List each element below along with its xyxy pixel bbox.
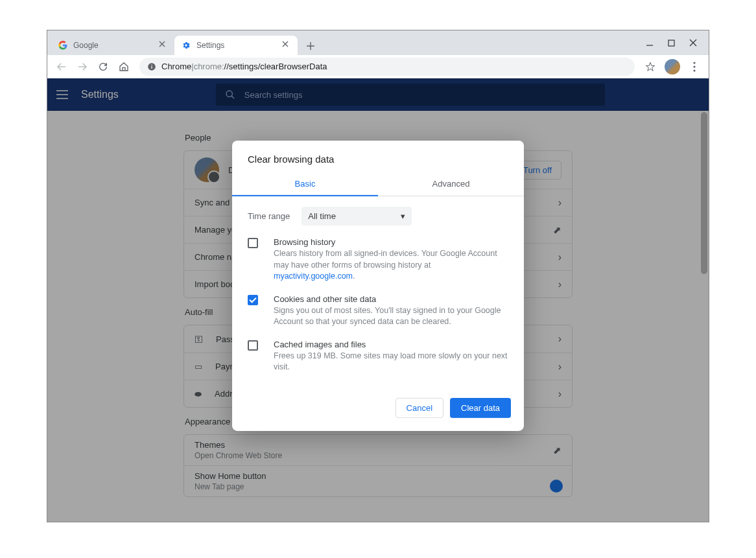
forward-button[interactable] [73, 58, 91, 76]
svg-point-6 [693, 69, 695, 71]
tab-advanced[interactable]: Advanced [378, 172, 524, 196]
svg-rect-0 [668, 40, 674, 46]
url-prefix: chrome: [194, 62, 224, 71]
new-tab-button[interactable] [301, 37, 320, 55]
tab-basic[interactable]: Basic [232, 172, 378, 196]
cancel-button[interactable]: Cancel [396, 397, 443, 417]
time-range-label: Time range [248, 211, 290, 221]
home-button[interactable] [115, 58, 133, 76]
svg-rect-3 [151, 64, 152, 65]
svg-point-4 [693, 62, 695, 64]
settings-favicon-icon [181, 40, 191, 51]
tab-strip: Google Settings [47, 30, 709, 55]
google-favicon-icon [58, 40, 68, 51]
svg-point-5 [693, 65, 695, 67]
dialog-title: Clear browsing data [232, 141, 524, 172]
myactivity-link[interactable]: myactivity.google.com [274, 272, 353, 281]
checkbox-cache[interactable] [248, 340, 258, 350]
maximize-button[interactable] [668, 40, 675, 47]
bookmark-button[interactable] [641, 58, 659, 76]
close-icon[interactable] [282, 41, 291, 50]
time-range-select[interactable]: All time ▾ [301, 207, 412, 226]
reload-button[interactable] [94, 58, 112, 76]
close-icon[interactable] [159, 41, 168, 50]
chevron-down-icon: ▾ [401, 211, 405, 221]
back-button[interactable] [53, 58, 71, 76]
close-window-button[interactable] [689, 39, 697, 47]
clear-data-button[interactable]: Clear data [450, 397, 511, 417]
menu-button[interactable] [685, 58, 703, 76]
address-bar[interactable]: Chrome | chrome: //settings/clearBrowser… [139, 58, 635, 76]
tab-label: Settings [196, 41, 278, 50]
tab-google[interactable]: Google [51, 36, 174, 55]
opt-title: Cookies and other site data [274, 294, 508, 303]
opt-desc: Frees up 319 MB. Some sites may load mor… [274, 350, 508, 373]
clear-browsing-data-dialog: Clear browsing data Basic Advanced Time … [232, 141, 524, 431]
svg-rect-2 [151, 65, 152, 68]
tab-label: Google [73, 41, 155, 50]
checkbox-cookies[interactable] [248, 294, 258, 305]
checkbox-browsing-history[interactable] [248, 238, 258, 248]
toolbar: Chrome | chrome: //settings/clearBrowser… [47, 55, 709, 78]
opt-desc: Signs you out of most sites. You'll stay… [274, 305, 508, 327]
site-info-icon [147, 62, 156, 71]
url-scheme: Chrome [161, 62, 191, 71]
profile-avatar[interactable] [665, 59, 680, 75]
minimize-button[interactable] [646, 39, 654, 47]
tab-settings[interactable]: Settings [174, 36, 298, 55]
opt-title: Cached images and files [274, 339, 508, 349]
opt-desc: Clears history from all signed-in device… [274, 248, 508, 283]
opt-title: Browsing history [274, 237, 508, 247]
url-path: //settings/clearBrowserData [224, 62, 327, 71]
